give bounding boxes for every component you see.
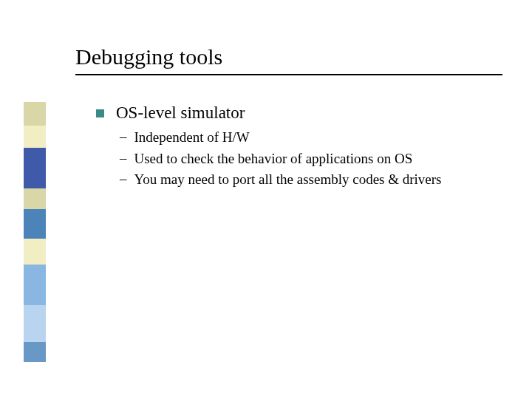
- sidebar-block: [24, 148, 46, 188]
- bullet-level1: OS-level simulator: [96, 103, 502, 123]
- square-bullet-icon: [96, 109, 104, 117]
- sidebar-block: [24, 265, 46, 305]
- sidebar-block: [24, 102, 46, 126]
- sidebar-block: [24, 188, 46, 209]
- bullet-level2-text: You may need to port all the assembly co…: [134, 171, 442, 189]
- sidebar-block: [24, 305, 46, 342]
- decorative-sidebar: [24, 102, 46, 362]
- bullet-level2-text: Used to check the behavior of applicatio…: [134, 150, 413, 168]
- sidebar-block: [24, 239, 46, 265]
- slide-title: Debugging tools: [75, 44, 502, 75]
- bullet-level1-text: OS-level simulator: [116, 103, 245, 123]
- sidebar-block: [24, 209, 46, 239]
- sidebar-block: [24, 126, 46, 148]
- dash-bullet-icon: –: [120, 171, 127, 187]
- bullet-level2: – Independent of H/W: [120, 129, 502, 147]
- bullet-level2: – You may need to port all the assembly …: [120, 171, 502, 189]
- slide-content: Debugging tools OS-level simulator – Ind…: [75, 44, 502, 192]
- bullet-level2-text: Independent of H/W: [134, 129, 250, 147]
- dash-bullet-icon: –: [120, 150, 127, 166]
- bullet-level2-group: – Independent of H/W – Used to check the…: [120, 129, 502, 189]
- sidebar-block: [24, 342, 46, 362]
- bullet-level2: – Used to check the behavior of applicat…: [120, 150, 502, 168]
- dash-bullet-icon: –: [120, 129, 127, 145]
